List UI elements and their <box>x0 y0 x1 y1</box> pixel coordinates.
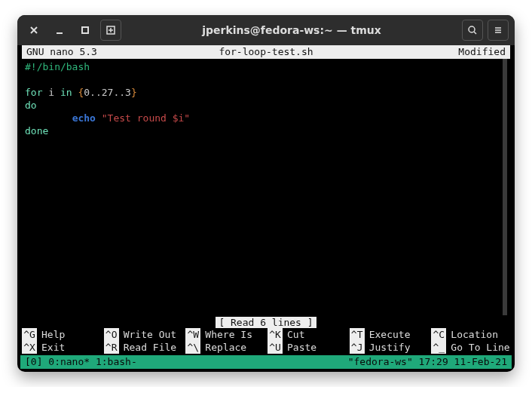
shortcut-key: ^X <box>22 341 37 354</box>
shortcut: ^OWrite Out <box>104 328 183 341</box>
shortcut-label: Replace <box>205 341 246 354</box>
shortcut-key: ^R <box>104 341 119 354</box>
shortcut: ^WWhere Is <box>185 328 264 341</box>
shortcut-label: Go To Line <box>451 341 509 354</box>
shortcut: ^_Go To Line <box>431 341 510 354</box>
shortcut-label: Write Out <box>124 328 176 341</box>
shortcut-label: Paste <box>287 341 316 354</box>
titlebar: jperkins@fedora-ws:~ — tmux <box>17 15 515 45</box>
nano-status: [ Read 6 lines ] <box>17 317 515 328</box>
nano-shortcuts: ^GHelp^OWrite Out^WWhere Is^KCut^TExecut… <box>17 328 515 355</box>
shortcut: ^JJustify <box>350 341 429 354</box>
cmd-echo: echo <box>72 112 96 124</box>
shortcut: ^\Replace <box>185 341 264 354</box>
shortcut-label: Location <box>451 328 498 341</box>
string: "Test round $i" <box>102 112 190 124</box>
shebang: #!/bin/bash <box>25 61 90 72</box>
kw-in: in <box>60 87 72 98</box>
editor-area[interactable]: #!/bin/bash for i in {0..27..3} do echo … <box>17 59 507 315</box>
menu-button[interactable] <box>488 20 509 41</box>
shortcut-label: Read File <box>124 341 176 354</box>
nano-filename: for-loop-test.sh <box>185 45 347 59</box>
shortcut-key: ^K <box>268 328 283 341</box>
shortcut-key: ^C <box>431 328 446 341</box>
shortcut-key: ^T <box>350 328 365 341</box>
shortcut-key: ^J <box>350 341 365 354</box>
svg-point-2 <box>469 26 475 32</box>
window-title: jperkins@fedora-ws:~ — tmux <box>121 24 462 36</box>
nano-version: GNU nano 5.3 <box>26 45 185 59</box>
var-i: i <box>48 87 54 98</box>
kw-for: for <box>25 87 42 98</box>
kw-do: do <box>25 100 37 111</box>
shortcut: ^RRead File <box>104 341 183 354</box>
shortcut-key: ^W <box>185 328 200 341</box>
shortcut-label: Help <box>41 328 65 341</box>
shortcut-key: ^\ <box>185 341 200 354</box>
shortcut-label: Cut <box>287 328 304 341</box>
close-button[interactable] <box>23 20 44 41</box>
terminal-window: jperkins@fedora-ws:~ — tmux GNU nano 5.3… <box>17 15 515 372</box>
shortcut-key: ^G <box>22 328 37 341</box>
shortcut-label: Where Is <box>205 328 252 341</box>
shortcut-key: ^O <box>104 328 119 341</box>
tmux-right: "fedora-ws" 17:29 11-Feb-21 <box>348 355 507 369</box>
shortcut-key: ^U <box>268 341 283 354</box>
search-button[interactable] <box>462 20 483 41</box>
shortcut: ^KCut <box>268 328 347 341</box>
shortcut: ^UPaste <box>268 341 347 354</box>
shortcut-label: Justify <box>369 341 411 354</box>
shortcut: ^XExit <box>22 341 101 354</box>
shortcut: ^GHelp <box>22 328 101 341</box>
svg-rect-0 <box>82 27 88 33</box>
shortcut-label: Execute <box>369 328 411 341</box>
indent <box>25 112 72 124</box>
minimize-button[interactable] <box>49 20 70 41</box>
new-tab-button[interactable] <box>100 20 121 41</box>
range: 0..27..3 <box>84 87 131 98</box>
nano-state: Modified <box>347 45 506 59</box>
shortcut: ^CLocation <box>431 328 510 341</box>
status-text: [ Read 6 lines ] <box>216 317 316 328</box>
shortcut-label: Exit <box>41 341 65 354</box>
shortcut-key: ^_ <box>431 341 446 354</box>
brace-close: } <box>131 87 137 98</box>
shortcut: ^TExecute <box>350 328 429 341</box>
maximize-button[interactable] <box>75 20 96 41</box>
kw-done: done <box>25 125 48 137</box>
tmux-status-bar: [0] 0:nano* 1:bash- "fedora-ws" 17:29 11… <box>20 355 512 369</box>
tmux-left: [0] 0:nano* 1:bash- <box>25 355 348 369</box>
nano-header: GNU nano 5.3 for-loop-test.sh Modified <box>22 45 510 59</box>
